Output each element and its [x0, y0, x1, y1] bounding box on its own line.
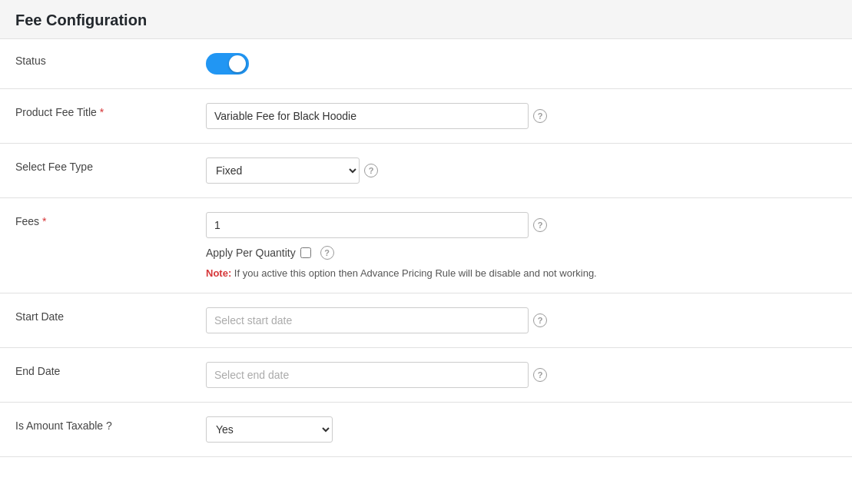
note-content: If you active this option then Advance P… — [234, 267, 597, 279]
end-date-field-row: ? — [206, 362, 837, 388]
product-fee-title-help-icon[interactable]: ? — [533, 109, 547, 123]
apply-per-qty-help-icon[interactable]: ? — [320, 246, 334, 260]
fee-type-help-icon[interactable]: ? — [364, 164, 378, 177]
fees-required-star: * — [42, 215, 46, 227]
fee-type-cell: Fixed Percentage ? — [194, 144, 852, 198]
note-text: Note: If you active this option then Adv… — [206, 267, 837, 279]
fees-help-icon[interactable]: ? — [533, 218, 547, 232]
taxable-cell: Yes No — [194, 403, 852, 457]
fee-type-select[interactable]: Fixed Percentage — [206, 158, 360, 184]
end-date-label: End Date — [0, 348, 194, 403]
note-label: Note: — [206, 267, 231, 279]
start-date-cell: ? — [194, 293, 852, 348]
start-date-row: Start Date ? — [0, 293, 852, 348]
page-title: Fee Configuration — [0, 0, 852, 39]
form-table: Status Product Fee Title * ? — [0, 39, 852, 457]
product-fee-title-label: Product Fee Title * — [0, 89, 194, 144]
taxable-row: Is Amount Taxable ? Yes No — [0, 403, 852, 457]
end-date-row: End Date ? — [0, 348, 852, 403]
product-fee-title-row: Product Fee Title * ? — [0, 89, 852, 144]
end-date-input[interactable] — [206, 362, 529, 388]
fee-type-row: Select Fee Type Fixed Percentage ? — [0, 144, 852, 198]
fees-input[interactable] — [206, 212, 529, 238]
taxable-label: Is Amount Taxable ? — [0, 403, 194, 457]
status-toggle[interactable] — [206, 53, 249, 75]
start-date-help-icon[interactable]: ? — [533, 313, 547, 327]
end-date-cell: ? — [194, 348, 852, 403]
fee-type-field-row: Fixed Percentage ? — [206, 158, 837, 184]
product-fee-title-cell: ? — [194, 89, 852, 144]
taxable-select[interactable]: Yes No — [206, 416, 333, 443]
toggle-slider — [206, 53, 249, 75]
product-fee-title-input[interactable] — [206, 103, 529, 129]
fee-type-label: Select Fee Type — [0, 144, 194, 198]
start-date-field-row: ? — [206, 307, 837, 333]
start-date-label: Start Date — [0, 293, 194, 348]
status-row: Status — [0, 39, 852, 89]
end-date-help-icon[interactable]: ? — [533, 368, 547, 382]
apply-per-qty-row: Apply Per Quantity ? — [206, 246, 837, 260]
required-star: * — [100, 106, 104, 118]
product-fee-title-field-row: ? — [206, 103, 837, 129]
fees-section: ? Apply Per Quantity ? Note: If you acti… — [206, 212, 837, 279]
fees-row: Fees * ? Apply Per Quantity ? Note: — [0, 198, 852, 293]
apply-per-qty-label: Apply Per Quantity — [206, 247, 296, 259]
status-cell — [194, 39, 852, 89]
fees-label: Fees * — [0, 198, 194, 293]
start-date-input[interactable] — [206, 307, 529, 333]
page-container: Fee Configuration Status Product Fee Tit… — [0, 0, 852, 504]
apply-per-qty-checkbox[interactable] — [300, 247, 311, 258]
status-label: Status — [0, 39, 194, 89]
fees-cell: ? Apply Per Quantity ? Note: If you acti… — [194, 198, 852, 293]
fees-input-row: ? — [206, 212, 837, 238]
